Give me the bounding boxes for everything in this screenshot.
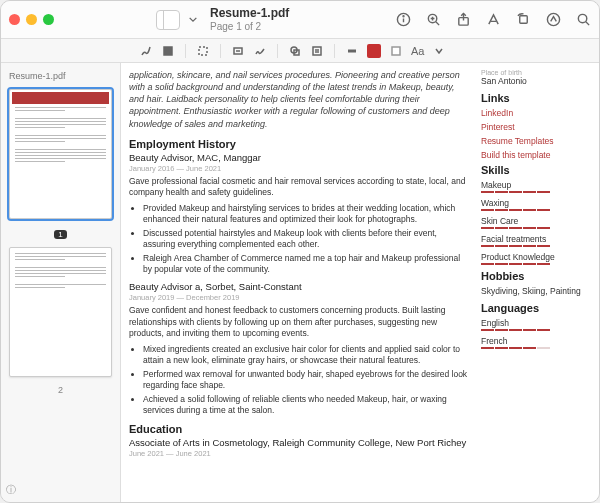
markup-toolbar: Aa — [1, 39, 599, 63]
languages-heading: Languages — [481, 302, 591, 314]
link-item[interactable]: Resume Templates — [481, 136, 591, 146]
svg-point-2 — [403, 16, 404, 17]
page-indicator: Page 1 of 2 — [210, 21, 387, 32]
education-heading: Education — [129, 423, 471, 435]
sign-tool[interactable] — [253, 44, 267, 58]
stroke-tool[interactable] — [345, 44, 359, 58]
summary-text: application, skincare, and nail services… — [129, 69, 471, 130]
zoom-icon[interactable] — [425, 12, 441, 28]
hobbies-heading: Hobbies — [481, 270, 591, 282]
svg-point-12 — [578, 14, 586, 22]
svg-rect-14 — [164, 47, 172, 55]
job1-bullets: Provided Makeup and hairstyling services… — [129, 203, 471, 276]
pen-tool[interactable] — [139, 44, 153, 58]
skill-bar — [481, 227, 591, 229]
link-item[interactable]: Pinterest — [481, 122, 591, 132]
skills-heading: Skills — [481, 164, 591, 176]
share-icon[interactable] — [455, 12, 471, 28]
info-footer-icon[interactable]: ⓘ — [6, 483, 16, 497]
hobbies-value: Skydiving, Skiing, Painting — [481, 286, 591, 296]
skill-name: French — [481, 336, 591, 346]
svg-rect-24 — [392, 47, 400, 55]
search-icon[interactable] — [575, 12, 591, 28]
title-block: Resume-1.pdf Page 1 of 2 — [210, 7, 387, 31]
info-icon[interactable] — [395, 12, 411, 28]
shapes-tool[interactable] — [288, 44, 302, 58]
close-button[interactable] — [9, 14, 20, 25]
svg-rect-10 — [519, 16, 527, 24]
skill-bar — [481, 347, 591, 349]
note-tool[interactable] — [310, 44, 324, 58]
minimize-button[interactable] — [26, 14, 37, 25]
skill-bar — [481, 329, 591, 331]
svg-point-11 — [547, 13, 559, 25]
page-number-2: 2 — [9, 385, 112, 395]
border-color-swatch[interactable] — [367, 44, 381, 58]
svg-rect-20 — [313, 47, 321, 55]
employment-heading: Employment History — [129, 138, 471, 150]
skill-bar — [481, 263, 591, 265]
pob-value: San Antonio — [481, 76, 591, 86]
rotate-icon[interactable] — [515, 12, 531, 28]
skill-name: Product Knowledge — [481, 252, 591, 262]
sidebar-filename: Resume-1.pdf — [9, 71, 112, 81]
list-item: Mixed ingredients created an exclusive h… — [143, 344, 471, 367]
fill-color-tool[interactable] — [389, 44, 403, 58]
page-badge-1: 1 — [54, 230, 66, 239]
list-item: Discussed potential hairstyles and Makeu… — [143, 228, 471, 251]
edu-title: Associate of Arts in Cosmetology, Raleig… — [129, 437, 471, 448]
skill-name: Waxing — [481, 198, 591, 208]
svg-rect-15 — [199, 47, 207, 55]
window-controls — [9, 14, 54, 25]
text-tool[interactable] — [231, 44, 245, 58]
job1-dates: January 2016 — June 2021 — [129, 164, 471, 173]
link-item[interactable]: Build this template — [481, 150, 591, 160]
skill-name: Makeup — [481, 180, 591, 190]
list-item: Achieved a solid following of reliable c… — [143, 394, 471, 417]
job2-bullets: Mixed ingredients created an exclusive h… — [129, 344, 471, 417]
highlight-icon[interactable] — [485, 12, 501, 28]
link-item[interactable]: LinkedIn — [481, 108, 591, 118]
job2-title: Beauty Advisor a, Sorbet, Saint-Constant — [129, 281, 471, 292]
svg-line-4 — [435, 22, 438, 25]
list-item: Raleigh Area Chamber of Commerce named m… — [143, 253, 471, 276]
skill-name: English — [481, 318, 591, 328]
pob-label: Place of birth — [481, 69, 591, 76]
edu-dates: June 2021 — June 2021 — [129, 449, 471, 458]
job2-dates: January 2019 — December 2019 — [129, 293, 471, 302]
thumbnail-sidebar: Resume-1.pdf 1 2 — [1, 63, 121, 502]
document-title: Resume-1.pdf — [210, 7, 387, 20]
select-tool[interactable] — [196, 44, 210, 58]
svg-line-13 — [585, 22, 588, 25]
links-heading: Links — [481, 92, 591, 104]
page-thumbnail-1[interactable] — [9, 89, 112, 219]
highlight-tool[interactable] — [161, 44, 175, 58]
job1-title: Beauty Advisor, MAC, Manggar — [129, 152, 471, 163]
sidebar-toggle-button[interactable] — [156, 10, 180, 30]
text-style-tool[interactable]: Aa — [411, 45, 424, 57]
zoom-button[interactable] — [43, 14, 54, 25]
skill-name: Skin Care — [481, 216, 591, 226]
skill-bar — [481, 209, 591, 211]
skill-bar — [481, 245, 591, 247]
skill-bar — [481, 191, 591, 193]
job1-desc: Gave professional facial cosmetic and ha… — [129, 176, 471, 199]
job2-desc: Gave confident and honest feedback to cu… — [129, 305, 471, 339]
document-content[interactable]: application, skincare, and nail services… — [121, 63, 599, 502]
list-item: Performed wax removal for unwanted body … — [143, 369, 471, 392]
titlebar: Resume-1.pdf Page 1 of 2 — [1, 1, 599, 39]
list-item: Provided Makeup and hairstyling services… — [143, 203, 471, 226]
chevron-down-icon[interactable] — [432, 44, 446, 58]
page-thumbnail-2[interactable] — [9, 247, 112, 377]
chevron-down-icon[interactable] — [188, 12, 198, 28]
skill-name: Facial treatments — [481, 234, 591, 244]
markup-icon[interactable] — [545, 12, 561, 28]
